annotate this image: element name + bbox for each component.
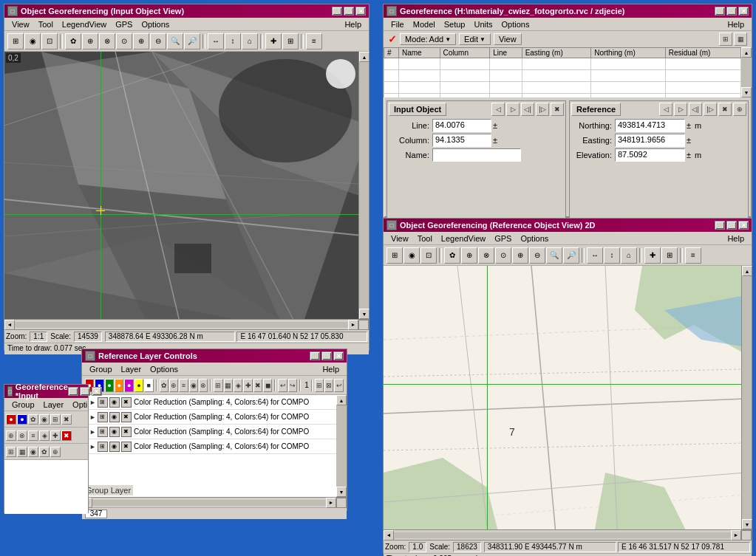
ref-tb-btn-12[interactable]: ↔ xyxy=(587,247,603,264)
ref-tb-btn-5[interactable]: ⊕ xyxy=(461,247,477,264)
scroll-right-btn[interactable]: ► xyxy=(348,320,358,330)
layer-icon-3a[interactable]: ⊞ xyxy=(98,427,108,437)
menu-view[interactable]: View xyxy=(7,19,34,30)
tb-btn-11[interactable]: 🔎 xyxy=(184,33,200,49)
ref-tb-btn-16[interactable]: ⊞ xyxy=(661,247,678,264)
rl-tb-7[interactable]: ■ xyxy=(144,379,153,392)
geo-main-maximize[interactable]: □ xyxy=(726,7,737,16)
ref-layer-maximize[interactable]: □ xyxy=(321,351,332,360)
layer-scroll-thumb[interactable] xyxy=(336,405,347,487)
rl-tb-3[interactable]: ● xyxy=(105,379,114,392)
inp-tb-5[interactable]: ✖ xyxy=(551,103,564,116)
table-scroll-area[interactable]: # Name Column Line Easting (m) Northing … xyxy=(384,47,741,97)
ref-layer-minimize[interactable]: _ xyxy=(310,351,320,360)
rl-tb-20[interactable]: ↪ xyxy=(288,379,297,392)
mode-tb-btn-1[interactable]: ⊞ xyxy=(719,32,732,46)
hscroll-track[interactable] xyxy=(15,322,348,328)
ref-tb-btn-1[interactable]: ⊞ xyxy=(386,247,403,264)
rl-tb-16[interactable]: ✚ xyxy=(243,379,252,392)
gs-tb3-5[interactable]: ⊕ xyxy=(50,447,61,457)
tb-btn-13[interactable]: ↕ xyxy=(225,33,241,49)
menu-gps[interactable]: GPS xyxy=(111,19,137,30)
ref-tb-3[interactable]: ◁| xyxy=(689,103,702,116)
geo-main-titlebar[interactable]: □ Georeference (H:\materialy_cwiez_fotog… xyxy=(384,4,752,18)
tb-btn-9[interactable]: ⊖ xyxy=(150,33,166,49)
layer-scroll-right[interactable]: ► xyxy=(326,498,336,508)
tb-btn-7[interactable]: ⊙ xyxy=(116,33,132,49)
rl-tb-23[interactable]: ↩ xyxy=(334,379,343,392)
layer-icon-3c[interactable]: ✖ xyxy=(121,427,132,437)
geo-main-menu-help[interactable]: Help xyxy=(723,19,749,30)
ref-2d-menu-tool[interactable]: Tool xyxy=(413,233,437,244)
tb-btn-5[interactable]: ⊕ xyxy=(82,33,98,49)
geo-main-menu-model[interactable]: Model xyxy=(409,19,440,30)
line-input[interactable]: 84.0076 xyxy=(432,119,491,132)
scroll-left-btn[interactable]: ◄ xyxy=(4,320,15,330)
ref-tb-btn-15[interactable]: ✚ xyxy=(644,247,661,264)
gs-tb2-5[interactable]: ✚ xyxy=(50,430,61,441)
tb-btn-17[interactable]: ≡ xyxy=(306,33,322,49)
tb-btn-2[interactable]: ◉ xyxy=(24,33,41,49)
layer-icon-3b[interactable]: ◉ xyxy=(109,427,120,437)
rl-tb-11[interactable]: ◉ xyxy=(189,379,198,392)
rl-tb-14[interactable]: ▦ xyxy=(224,379,233,392)
rl-tb-17[interactable]: ✖ xyxy=(253,379,262,392)
ref-layer-menu-group[interactable]: Group xyxy=(85,364,117,374)
gs-tb3-4[interactable]: ✿ xyxy=(39,447,50,457)
inp-tb-4[interactable]: |▷ xyxy=(536,103,549,116)
layer-icon-2c[interactable]: ✖ xyxy=(121,412,132,422)
gs-tb-1[interactable]: ● xyxy=(6,414,16,425)
table-scroll-up[interactable]: ▲ xyxy=(741,47,752,58)
mode-add-btn[interactable]: Mode: Add ▼ xyxy=(400,33,456,45)
ref-tb-btn-11[interactable]: 🔎 xyxy=(563,247,579,264)
gs-tb2-4[interactable]: ◈ xyxy=(39,430,50,441)
rl-tb-21[interactable]: ⊞ xyxy=(315,379,324,392)
menu-legendview[interactable]: LegendView xyxy=(58,19,111,30)
map-scroll-up[interactable]: ▲ xyxy=(742,266,752,276)
ref-2d-menu-legendview[interactable]: LegendView xyxy=(437,233,490,244)
ref-2d-menu-options[interactable]: Options xyxy=(516,233,553,244)
tb-btn-4[interactable]: ✿ xyxy=(65,33,81,49)
ref-tb-btn-8[interactable]: ⊕ xyxy=(512,247,528,264)
ref-tb-4[interactable]: |▷ xyxy=(704,103,717,116)
layer-icon-1c[interactable]: ✖ xyxy=(121,397,132,408)
rl-tb-5[interactable]: ● xyxy=(124,379,133,392)
menu-options[interactable]: Options xyxy=(137,19,174,30)
geo-main-menu-file[interactable]: File xyxy=(386,19,409,30)
geo-small-menu-group[interactable]: Group xyxy=(7,399,39,410)
gs-tb3-3[interactable]: ◉ xyxy=(28,447,38,457)
geo-main-menu-options[interactable]: Options xyxy=(497,19,534,30)
rl-tb-19[interactable]: ↩ xyxy=(278,379,287,392)
rl-tb-10[interactable]: ≡ xyxy=(179,379,188,392)
ref-tb-5[interactable]: ✖ xyxy=(718,103,732,116)
gs-tb-3[interactable]: ✿ xyxy=(28,414,38,425)
geo-input-small-minimize[interactable]: _ xyxy=(68,387,78,396)
geo-small-menu-opti[interactable]: Opti xyxy=(68,399,92,410)
ref-tb-btn-6[interactable]: ⊗ xyxy=(478,247,494,264)
mode-tb-btn-2[interactable]: ▦ xyxy=(734,32,747,46)
reference-btn[interactable]: Reference xyxy=(571,103,621,116)
ref-2d-menu-view[interactable]: View xyxy=(386,233,413,244)
inp-tb-2[interactable]: ▷ xyxy=(506,103,520,116)
inp-tb-1[interactable]: ◁ xyxy=(491,103,505,116)
map-scroll-down[interactable]: ▼ xyxy=(742,519,752,529)
tb-btn-16[interactable]: ⊞ xyxy=(282,33,299,49)
gs-tb-2[interactable]: ● xyxy=(17,414,27,425)
layer-hscroll-track[interactable] xyxy=(92,500,326,506)
tb-btn-10[interactable]: 🔍 xyxy=(167,33,183,49)
menu-help[interactable]: Help xyxy=(340,19,366,30)
gs-tb-6[interactable]: ✖ xyxy=(61,414,72,425)
tb-btn-8[interactable]: ⊕ xyxy=(133,33,149,49)
mode-view-btn[interactable]: View xyxy=(494,33,522,45)
ref-tb-btn-4[interactable]: ✿ xyxy=(444,247,460,264)
elevation-input[interactable]: 87.5092 xyxy=(615,148,685,162)
mode-edit-btn[interactable]: Edit ▼ xyxy=(459,33,491,45)
ref-2d-titlebar[interactable]: □ Object Georeferencing (Reference Objec… xyxy=(384,219,752,232)
name-input[interactable] xyxy=(432,148,521,162)
tb-btn-15[interactable]: ✚ xyxy=(265,33,282,49)
rl-tb-4[interactable]: ● xyxy=(115,379,123,392)
geo-input-small-titlebar[interactable]: □ Georeference *Input _ □ ✕ xyxy=(4,385,88,398)
ref-2d-maximize[interactable]: □ xyxy=(726,221,737,230)
ref-layer-titlebar[interactable]: □ Reference Layer Controls _ □ ✕ xyxy=(82,349,347,363)
ref-tb-1[interactable]: ◁ xyxy=(659,103,672,116)
